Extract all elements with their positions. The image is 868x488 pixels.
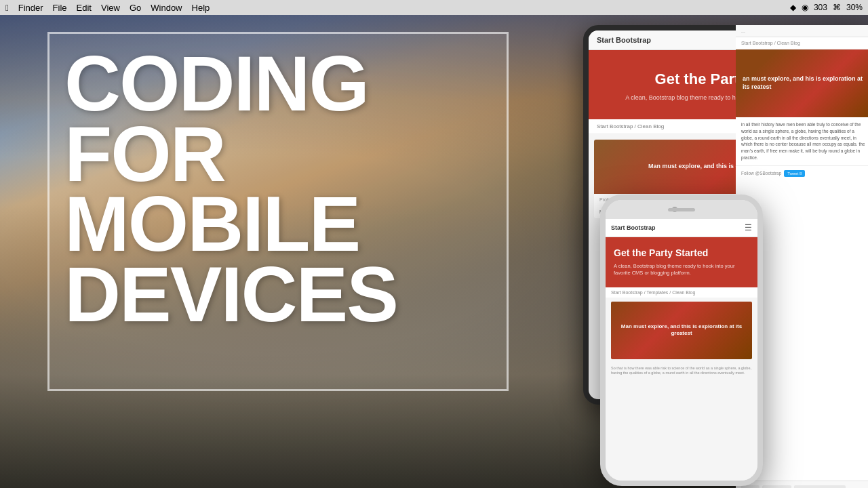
article-body-text: in all their history have men been able … [736, 117, 868, 165]
phone-brand: Start Bootstrap [611, 224, 656, 231]
window-menu[interactable]: Window [151, 3, 182, 13]
article-footer: View Download View Source on Gith [736, 481, 868, 488]
right-panel: ... Start Bootstrap / Clean Blog an must… [522, 15, 868, 488]
article-image-text: an must explore, and his is exploration … [743, 75, 865, 91]
help-menu[interactable]: Help [192, 3, 210, 13]
article-image: an must explore, and his is exploration … [736, 49, 868, 117]
apple-menu[interactable]:  [5, 3, 9, 13]
phone-body-text: So that is how there was able risk to sc… [606, 363, 757, 379]
hamburger-icon[interactable]: ☰ [745, 223, 752, 232]
battery-percent: 30% [846, 3, 863, 12]
phone-breadcrumb: Start Bootstrap / Templates / Clean Blog [606, 287, 757, 298]
download-button[interactable]: Download [762, 485, 791, 488]
menu-bar:  Finder File Edit View Go Window Help ◆… [0, 0, 868, 15]
file-menu[interactable]: File [53, 3, 67, 13]
phone-hero-subtitle: A clean, Bootstrap blog theme ready to h… [614, 263, 749, 277]
phone-blog-image-text: Man must explore, and this is exploratio… [616, 323, 747, 338]
phone-device: Start Bootstrap ☰ Get the Party Started … [600, 195, 763, 486]
topbar-text: ... [741, 28, 745, 33]
phone-navbar: Start Bootstrap ☰ [606, 219, 757, 237]
phone-hero: Get the Party Started A clean, Bootstrap… [606, 237, 757, 287]
article-strip-topbar: ... [736, 25, 868, 37]
left-panel: CODING FOR MOBILE DEVICES [0, 15, 529, 488]
phone-speaker [668, 208, 695, 211]
edit-menu[interactable]: Edit [77, 3, 92, 13]
finder-menu[interactable]: Finder [18, 3, 43, 13]
battery-count: 303 [814, 3, 827, 12]
main-heading: CODING FOR MOBILE DEVICES [64, 49, 498, 329]
tablet-brand: Start Bootstrap [597, 36, 651, 44]
siri-icon: ◆ [790, 3, 796, 12]
menu-right: ◆ ◉ 303 ⌘ 30% [790, 3, 863, 12]
heading-line3: DEVICES [64, 251, 397, 338]
source-button[interactable]: View Source on Gith [794, 485, 846, 488]
heading-line1: CODING FOR [64, 40, 368, 197]
social-bar: Follow @SBootstrap Tweet 8 [736, 165, 868, 181]
tweet-button[interactable]: Tweet 8 [784, 170, 805, 177]
focus-icon: ◉ [802, 3, 808, 12]
article-breadcrumb: Start Bootstrap / Clean Blog [736, 37, 868, 49]
phone-hero-title: Get the Party Started [614, 247, 749, 259]
main-content: CODING FOR MOBILE DEVICES ... Start Boot… [0, 15, 868, 488]
social-label: Follow @SBootstrap [741, 171, 781, 176]
phone-screen: Start Bootstrap ☰ Get the Party Started … [606, 219, 757, 481]
phone-blog-image: Man must explore, and this is exploratio… [611, 302, 752, 359]
phone-camera-bar [606, 200, 757, 219]
menu-left:  Finder File Edit View Go Window Help [5, 3, 210, 13]
wifi-icon: ⌘ [833, 3, 841, 12]
view-menu[interactable]: View [101, 3, 120, 13]
go-menu[interactable]: Go [130, 3, 141, 13]
